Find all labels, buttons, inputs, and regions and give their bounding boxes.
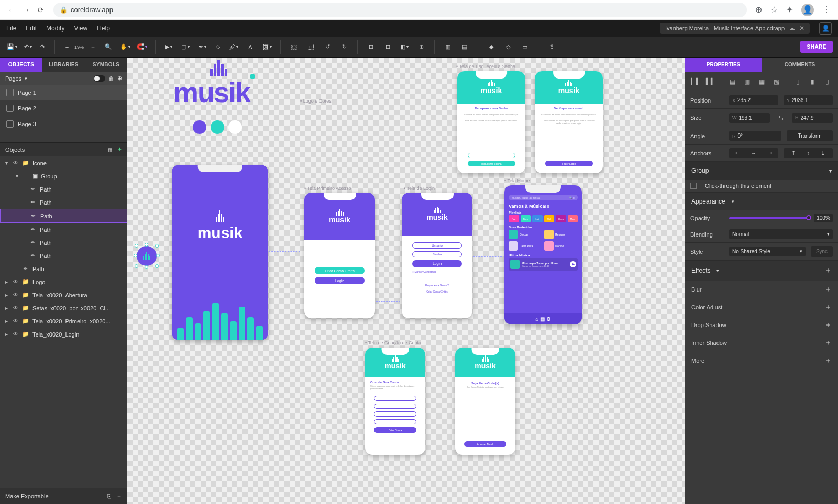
- reload-icon[interactable]: ⟳: [34, 3, 48, 17]
- align-center-icon[interactable]: ▍▍: [705, 76, 716, 87]
- layer-row[interactable]: ▸👁📁Tela_x0020_Login: [0, 328, 127, 341]
- sync-button[interactable]: Sync: [811, 246, 833, 257]
- layer-row[interactable]: ✒Path: [0, 262, 127, 275]
- type-select[interactable]: Group▾: [685, 162, 838, 180]
- tab-symbols[interactable]: SYMBOLS: [85, 58, 127, 72]
- zoom-out-icon[interactable]: −: [61, 40, 73, 54]
- node-icon[interactable]: ◇: [212, 40, 224, 54]
- bookmark-icon[interactable]: ☆: [770, 5, 778, 15]
- snap-icon[interactable]: 🧲▾: [135, 40, 149, 54]
- size-w-field[interactable]: W193.1: [729, 113, 770, 123]
- menu-modify[interactable]: Modify: [46, 25, 64, 32]
- account-icon[interactable]: 👤: [801, 4, 814, 16]
- align-tool-icon[interactable]: ⊞: [364, 40, 378, 54]
- objects-layer-icon[interactable]: ✦: [117, 146, 122, 153]
- send-back-icon[interactable]: ▥: [441, 40, 455, 54]
- canvas[interactable]: musik • Logo e Cores musik: [127, 58, 685, 504]
- layer-row[interactable]: ▸👁📁Setas_x0020_por_x0020_Ci...: [0, 301, 127, 315]
- shape-tool-icon[interactable]: ▢▾: [179, 40, 192, 54]
- hand-tool-icon[interactable]: ✋▾: [118, 40, 132, 54]
- menu-help[interactable]: Help: [97, 25, 110, 32]
- align-left-icon[interactable]: ▏▍: [690, 76, 702, 87]
- clickthrough-checkbox[interactable]: [690, 183, 697, 189]
- layer-row[interactable]: ▾👁📁Icone: [0, 156, 127, 170]
- comment-user-icon[interactable]: 👤: [819, 22, 832, 35]
- page-item-1[interactable]: Page 1: [0, 85, 127, 100]
- lock-aspect-icon[interactable]: ⇆: [775, 112, 787, 124]
- layer-row[interactable]: ▸👁📁Tela_x0020_Primeiro_x0020...: [0, 315, 127, 328]
- opacity-value[interactable]: 100%: [814, 214, 833, 222]
- pathfinder-icon[interactable]: ⊕: [414, 40, 428, 54]
- zoom-tool-icon[interactable]: 🔍: [102, 40, 115, 54]
- detach-icon[interactable]: ◇: [501, 40, 515, 54]
- undo-icon[interactable]: ↶▾: [22, 40, 34, 54]
- style-select[interactable]: No Shared Style▾: [729, 247, 806, 256]
- kebab-icon[interactable]: ⋮: [822, 5, 831, 15]
- group-icon[interactable]: ⿴: [287, 40, 301, 54]
- layer-row[interactable]: ▸👁📁Logo: [0, 275, 127, 288]
- rotate-cw-icon[interactable]: ↻: [337, 40, 351, 54]
- angle-field[interactable]: R0°: [729, 131, 781, 141]
- layer-row[interactable]: ▾▣Group: [0, 170, 127, 183]
- layer-row[interactable]: ✒Path: [0, 249, 127, 262]
- ungroup-icon[interactable]: ⿵: [304, 40, 317, 54]
- pen-tool-icon[interactable]: ✒▾: [195, 40, 209, 54]
- frame-icon[interactable]: ▭: [518, 40, 532, 54]
- align-h2-icon[interactable]: ▥: [741, 76, 753, 87]
- align-h1-icon[interactable]: ▤: [726, 76, 738, 87]
- pick-tool-icon[interactable]: ▶▾: [162, 40, 175, 54]
- distribute-icon[interactable]: ⊟: [381, 40, 394, 54]
- layer-row[interactable]: ✒Path: [0, 223, 127, 236]
- position-x-field[interactable]: X235.2: [729, 95, 778, 105]
- add-effect-icon[interactable]: ＋: [824, 266, 832, 275]
- effect-row[interactable]: Color Adjust＋: [685, 298, 838, 316]
- align-h4-icon[interactable]: ▧: [770, 76, 782, 87]
- layer-row[interactable]: ▸👁📁Tela_x0020_Abertura: [0, 288, 127, 301]
- menu-view[interactable]: View: [74, 25, 87, 32]
- align-v3-icon[interactable]: ▯: [821, 76, 833, 87]
- forward-icon[interactable]: →: [19, 3, 34, 17]
- align-v1-icon[interactable]: ▯: [792, 76, 803, 87]
- page-item-3[interactable]: Page 3: [0, 116, 127, 132]
- close-icon[interactable]: ✕: [799, 25, 804, 32]
- effect-row[interactable]: More＋: [685, 352, 838, 369]
- export-settings-icon[interactable]: ⎘: [107, 493, 111, 499]
- extensions-icon[interactable]: ✦: [786, 5, 793, 15]
- position-y-field[interactable]: Y2036.1: [784, 95, 833, 105]
- export-add-icon[interactable]: ＋: [116, 492, 122, 500]
- back-icon[interactable]: ←: [4, 3, 19, 17]
- transform-button[interactable]: Transform: [787, 130, 833, 141]
- tab-libraries[interactable]: LIBRARIES: [42, 58, 85, 72]
- export-icon[interactable]: ⇪: [545, 40, 558, 54]
- effect-row[interactable]: Inner Shadow＋: [685, 334, 838, 352]
- opacity-slider[interactable]: [729, 217, 809, 219]
- document-tab[interactable]: Ivanberg Moreira - Musik-Interface-App.c…: [660, 23, 810, 34]
- tab-properties[interactable]: PROPERTIES: [685, 58, 762, 72]
- redo-icon[interactable]: ↷: [37, 40, 48, 54]
- menu-file[interactable]: File: [6, 25, 16, 32]
- send-front-icon[interactable]: ▤: [458, 40, 471, 54]
- selection-gizmo[interactable]: [137, 246, 157, 266]
- tab-comments[interactable]: COMMENTS: [762, 58, 838, 72]
- pages-add-icon[interactable]: ⊕: [117, 75, 122, 82]
- save-icon[interactable]: 💾▾: [5, 40, 19, 54]
- boolean-icon[interactable]: ◧▾: [398, 40, 411, 54]
- objects-delete-icon[interactable]: 🗑: [107, 147, 113, 153]
- align-h3-icon[interactable]: ▦: [756, 76, 767, 87]
- share-button[interactable]: SHARE: [800, 41, 833, 53]
- page-item-2[interactable]: Page 2: [0, 100, 127, 116]
- size-h-field[interactable]: H247.9: [792, 113, 833, 123]
- tab-objects[interactable]: OBJECTS: [0, 58, 42, 72]
- layer-row[interactable]: ✒Path: [0, 183, 127, 196]
- layer-row-selected[interactable]: ✒Path: [0, 209, 127, 223]
- appearance-header[interactable]: Appearance▾: [685, 193, 838, 210]
- brush-tool-icon[interactable]: 🖊▾: [227, 40, 240, 54]
- add-tab-icon[interactable]: ⊕: [755, 5, 762, 15]
- layer-row[interactable]: ✒Path: [0, 236, 127, 249]
- rotate-ccw-icon[interactable]: ↺: [321, 40, 334, 54]
- component-icon[interactable]: ◆: [484, 40, 498, 54]
- zoom-in-icon[interactable]: ＋: [87, 40, 98, 54]
- pages-delete-icon[interactable]: 🗑: [108, 75, 114, 82]
- anchors-v[interactable]: ⤒↕⤓: [784, 148, 833, 158]
- text-tool-icon[interactable]: A: [244, 40, 257, 54]
